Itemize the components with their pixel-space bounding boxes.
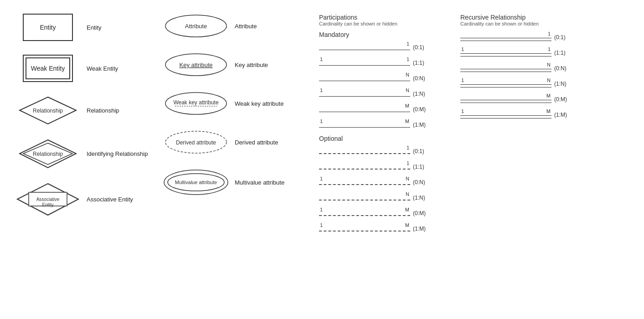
weak-entity-row: Weak Entity Weak Entity (14, 55, 162, 82)
num-left-1: 1 (320, 207, 323, 212)
recursive-row-1-m: 1 M (1:M) (460, 108, 588, 121)
recursive-line-0-1: 1 (460, 31, 551, 44)
multivalue-attribute-row: Multivalue attribute Multivalue attribut… (162, 169, 310, 196)
participations-header: Participations Cardinality can be shown … (319, 14, 447, 26)
optional-group: Optional 1 (0:1) 1 (1:1) (319, 135, 447, 235)
recursive-line-0-m: M (460, 93, 551, 106)
recursive-panel: Recursive Relationship Cardinality can b… (460, 14, 588, 239)
num-right-m: M (405, 207, 409, 212)
recursive-line-1-n: 1 N (460, 77, 551, 90)
svg-text:Key attribute: Key attribute (180, 62, 213, 68)
page: Entity Entity Weak Entity Weak Entity (0, 0, 644, 252)
relationship-diamond-svg: Relationship (18, 96, 77, 125)
num-left-1: 1 (461, 46, 464, 52)
relationship-shape-cell: Relationship (14, 96, 82, 125)
mandatory-line-1-m: 1 M (319, 118, 410, 131)
recursive-line-0-n: N (460, 62, 551, 75)
recursive-row-0-m: M (0:M) (460, 93, 588, 106)
mandatory-row-0-1: 1 (0:1) (319, 41, 447, 54)
num-left-1: 1 (461, 77, 464, 83)
cardinality-0-m: (0:M) (554, 96, 567, 103)
double-line-top (460, 69, 551, 70)
cardinality-0-m: (0:M) (413, 210, 426, 216)
key-attribute-row: Key attribute Key attribute (162, 52, 310, 77)
multivalue-attribute-svg: Multivalue attribute (163, 169, 229, 196)
derived-attribute-label: Derived attribute (235, 139, 308, 146)
recursive-header: Recursive Relationship Cardinality can b… (460, 14, 588, 26)
cardinality-0-1: (0:1) (554, 34, 566, 41)
derived-attribute-svg: Derived attribute (164, 130, 228, 155)
mandatory-row-1-1: 1 1 (1:1) (319, 57, 447, 69)
associative-entity-shape: Associative Entity (16, 182, 80, 216)
attribute-label: Attribute (235, 23, 308, 30)
mandatory-row-1-m: 1 M (1:M) (319, 118, 447, 131)
num-right-m: M (546, 108, 551, 114)
solid-line (319, 127, 410, 128)
participations-panel: Participations Cardinality can be shown … (319, 14, 447, 239)
weak-entity-shape-label: Weak Entity (31, 65, 65, 72)
double-line-top (460, 115, 551, 116)
right-shapes-col: Attribute Attribute Key attribute Key at… (162, 14, 310, 230)
optional-line-1-n: N (319, 191, 410, 204)
multivalue-attribute-label: Multivalue attribute (235, 179, 308, 186)
key-attribute-svg: Key attribute (164, 52, 228, 77)
double-line-top (460, 53, 551, 54)
cardinality-0-m: (0:M) (413, 106, 426, 113)
svg-text:Derived attribute: Derived attribute (176, 139, 216, 146)
mandatory-line-0-1: 1 (319, 41, 410, 54)
identifying-relationship-row: Relationship Identifying Relationship (14, 139, 162, 169)
associative-entity-shape-cell: Associative Entity (14, 182, 82, 216)
cardinality-0-1: (0:1) (413, 148, 424, 154)
svg-text:Relationship: Relationship (33, 108, 63, 114)
svg-text:Entity: Entity (42, 202, 53, 207)
num-right-m: M (405, 222, 409, 228)
num-left-1: 1 (320, 176, 323, 181)
svg-text:Relationship: Relationship (33, 151, 63, 157)
mandatory-row-0-m: M (0:M) (319, 103, 447, 116)
solid-line (319, 112, 410, 113)
num-right-n: N (406, 72, 409, 77)
mandatory-row-0-n: N (0:N) (319, 72, 447, 85)
num-left-1: 1 (461, 108, 464, 114)
attribute-shape-cell: Attribute (162, 14, 230, 39)
optional-row-0-1: 1 (0:1) (319, 145, 447, 158)
svg-text:Multivalue attribute: Multivalue attribute (175, 180, 216, 185)
shapes-panel: Entity Entity Weak Entity Weak Entity (5, 9, 314, 243)
double-line-top (460, 100, 551, 101)
entity-shape: Entity (23, 14, 73, 41)
num-right-m: M (405, 118, 409, 124)
mandatory-label: Mandatory (319, 31, 447, 38)
double-line-bottom (460, 72, 551, 72)
mandatory-group: Mandatory 1 (0:1) 1 1 (1:1) (319, 31, 447, 131)
num-right-1: 1 (407, 160, 409, 166)
optional-line-1-1: 1 (319, 160, 410, 173)
recursive-title: Recursive Relationship (460, 14, 588, 21)
double-line-top (460, 38, 551, 39)
mandatory-line-1-n: 1 N (319, 87, 410, 100)
cardinality-0-n: (0:N) (413, 179, 425, 185)
num-right-n: N (547, 77, 551, 83)
attribute-svg: Attribute (164, 14, 228, 39)
num-left-1: 1 (320, 118, 323, 124)
weak-entity-shape: Weak Entity (23, 55, 73, 82)
double-line-bottom (460, 87, 551, 88)
entity-label: Entity (87, 24, 160, 31)
weak-entity-shape-cell: Weak Entity (14, 55, 82, 82)
associative-entity-svg: Associative Entity (16, 182, 80, 216)
cardinality-1-1: (1:1) (554, 50, 566, 56)
optional-row-0-n: 1 N (0:N) (319, 176, 447, 189)
cardinality-1-m: (1:M) (554, 112, 567, 118)
attribute-row: Attribute Attribute (162, 14, 310, 39)
mandatory-row-1-n: 1 N (1:N) (319, 87, 447, 100)
double-line-top (460, 84, 551, 85)
optional-row-1-1: 1 (1:1) (319, 160, 447, 173)
entity-shape-label: Entity (40, 24, 56, 31)
optional-row-0-m: 1 M (0:M) (319, 207, 447, 220)
mandatory-line-1-1: 1 1 (319, 57, 410, 69)
num-right-n: N (406, 176, 409, 181)
double-line-bottom (460, 118, 551, 119)
cardinality-1-n: (1:N) (413, 195, 425, 201)
cardinality-1-m: (1:M) (413, 226, 426, 232)
num-right-1: 1 (548, 46, 551, 52)
key-attribute-shape-cell: Key attribute (162, 52, 230, 77)
